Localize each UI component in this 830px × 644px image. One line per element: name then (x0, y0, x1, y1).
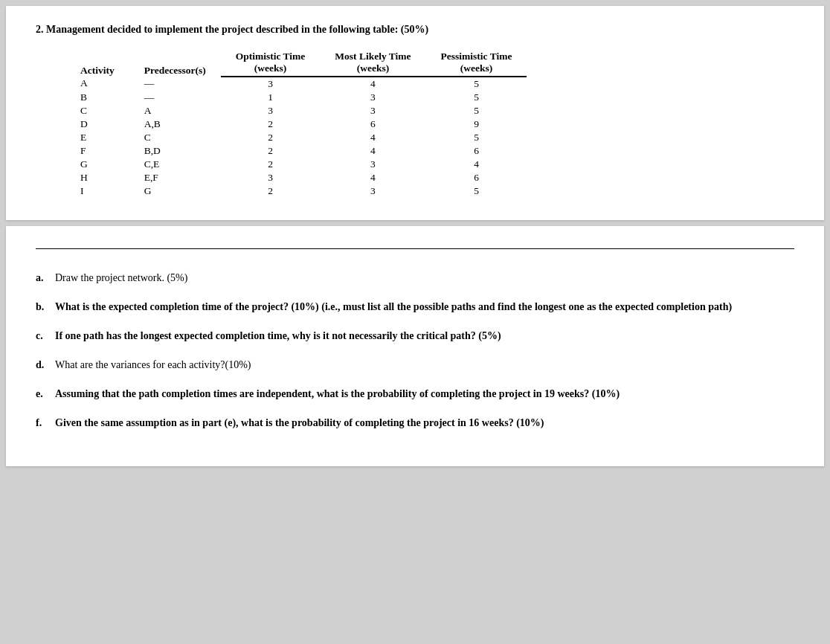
table-body: A — 3 4 5 B — 1 3 5 C A 3 3 5 D A,B 2 6 … (65, 77, 527, 198)
cell-optimistic-3: 2 (221, 117, 321, 131)
col-pessimistic-header-line1: Pessimistic Time (426, 49, 527, 62)
cell-pessimistic-8: 5 (426, 184, 527, 198)
cell-mostlikely-8: 3 (320, 184, 425, 198)
cell-pessimistic-2: 5 (426, 104, 527, 117)
question-text-4: Assuming that the path completion times … (55, 386, 794, 402)
table-row: C A 3 3 5 (65, 104, 527, 117)
cell-mostlikely-7: 4 (320, 171, 425, 184)
cell-pessimistic-7: 6 (426, 171, 527, 184)
table-row: F B,D 2 4 6 (65, 144, 527, 158)
cell-optimistic-2: 3 (221, 104, 321, 117)
cell-optimistic-6: 2 (221, 158, 321, 171)
question-item: d. What are the variances for each activ… (36, 357, 794, 373)
col-pessimistic-header-line2: (weeks) (426, 62, 527, 77)
cell-pessimistic-4: 5 (426, 131, 527, 144)
question-item: f. Given the same assumption as in part … (36, 415, 794, 431)
question-text-2: If one path has the longest expected com… (55, 328, 794, 344)
question-text-0: Draw the project network. (5%) (55, 270, 794, 286)
table-row: I G 2 3 5 (65, 184, 527, 198)
cell-predecessor-4: C (129, 131, 221, 144)
cell-optimistic-4: 2 (221, 131, 321, 144)
col-optimistic-header-line2: (weeks) (221, 62, 321, 77)
cell-activity-0: A (65, 77, 129, 91)
table-row: D A,B 2 6 9 (65, 117, 527, 131)
cell-predecessor-3: A,B (129, 117, 221, 131)
question-label-3: d. (36, 357, 49, 373)
col-optimistic-header-line1: Optimistic Time (221, 49, 321, 62)
cell-activity-5: F (65, 144, 129, 158)
question-label-0: a. (36, 270, 49, 286)
cell-activity-4: E (65, 131, 129, 144)
cell-activity-3: D (65, 117, 129, 131)
cell-optimistic-0: 3 (221, 77, 321, 91)
question-item: c. If one path has the longest expected … (36, 328, 794, 344)
cell-mostlikely-0: 4 (320, 77, 425, 91)
question-label-2: c. (36, 328, 49, 344)
cell-pessimistic-6: 4 (426, 158, 527, 171)
cell-pessimistic-3: 9 (426, 117, 527, 131)
cell-optimistic-7: 3 (221, 171, 321, 184)
col-predecessor-header: Predecessor(s) (129, 49, 221, 77)
table-row: E C 2 4 5 (65, 131, 527, 144)
question-item: a. Draw the project network. (5%) (36, 270, 794, 286)
cell-predecessor-1: — (129, 91, 221, 104)
cell-predecessor-2: A (129, 104, 221, 117)
question-text-3: What are the variances for each activity… (55, 357, 794, 373)
table-row: G C,E 2 3 4 (65, 158, 527, 171)
question-text-1: What is the expected completion time of … (55, 299, 794, 315)
questions-list: a. Draw the project network. (5%) b. Wha… (36, 270, 794, 431)
cell-optimistic-8: 2 (221, 184, 321, 198)
cell-pessimistic-5: 6 (426, 144, 527, 158)
cell-predecessor-6: C,E (129, 158, 221, 171)
table-row: H E,F 3 4 6 (65, 171, 527, 184)
cell-predecessor-8: G (129, 184, 221, 198)
cell-predecessor-7: E,F (129, 171, 221, 184)
question-item: e. Assuming that the path completion tim… (36, 386, 794, 402)
cell-predecessor-5: B,D (129, 144, 221, 158)
table-header-row-1: Activity Predecessor(s) Optimistic Time … (65, 49, 527, 62)
question-label-5: f. (36, 415, 49, 431)
question-label-1: b. (36, 299, 49, 315)
cell-pessimistic-0: 5 (426, 77, 527, 91)
cell-activity-6: G (65, 158, 129, 171)
section-1-card: 2. Management decided to implement the p… (6, 6, 824, 220)
page-container: 2. Management decided to implement the p… (0, 0, 830, 644)
cell-optimistic-5: 2 (221, 144, 321, 158)
section-title: 2. Management decided to implement the p… (36, 24, 794, 36)
section-2-card: a. Draw the project network. (5%) b. Wha… (6, 226, 824, 466)
col-activity-header: Activity (65, 49, 129, 77)
cell-mostlikely-3: 6 (320, 117, 425, 131)
cell-mostlikely-2: 3 (320, 104, 425, 117)
cell-mostlikely-1: 3 (320, 91, 425, 104)
cell-activity-2: C (65, 104, 129, 117)
question-item: b. What is the expected completion time … (36, 299, 794, 315)
cell-activity-8: I (65, 184, 129, 198)
cell-predecessor-0: — (129, 77, 221, 91)
question-text-5: Given the same assumption as in part (e)… (55, 415, 794, 431)
cell-pessimistic-1: 5 (426, 91, 527, 104)
activity-table: Activity Predecessor(s) Optimistic Time … (65, 49, 527, 198)
cell-mostlikely-4: 4 (320, 131, 425, 144)
table-wrapper: Activity Predecessor(s) Optimistic Time … (65, 49, 794, 198)
col-mostlikely-header-line1: Most Likely Time (320, 49, 425, 62)
col-mostlikely-header-line2: (weeks) (320, 62, 425, 77)
table-row: A — 3 4 5 (65, 77, 527, 91)
cell-activity-1: B (65, 91, 129, 104)
cell-mostlikely-6: 3 (320, 158, 425, 171)
cell-mostlikely-5: 4 (320, 144, 425, 158)
question-label-4: e. (36, 386, 49, 402)
cell-optimistic-1: 1 (221, 91, 321, 104)
cell-activity-7: H (65, 171, 129, 184)
table-row: B — 1 3 5 (65, 91, 527, 104)
divider (36, 248, 794, 249)
